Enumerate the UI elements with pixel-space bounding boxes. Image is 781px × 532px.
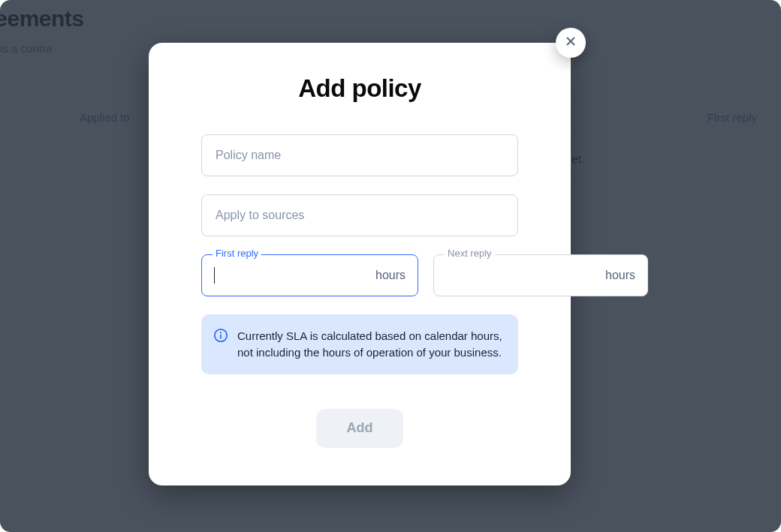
svg-point-1 <box>220 332 222 333</box>
svg-rect-2 <box>220 335 222 339</box>
close-icon <box>565 35 577 50</box>
info-icon <box>213 328 228 343</box>
add-policy-modal: Add policy First reply hours Next reply … <box>149 43 571 485</box>
first-reply-field[interactable]: First reply hours <box>201 254 418 296</box>
hours-unit: hours <box>605 269 647 282</box>
next-reply-field[interactable]: Next reply hours <box>433 254 648 296</box>
next-reply-input[interactable] <box>434 255 605 296</box>
policy-name-input[interactable] <box>201 134 518 176</box>
add-button[interactable]: Add <box>316 409 403 448</box>
info-banner: Currently SLA is calculated based on cal… <box>201 314 518 374</box>
first-reply-label: First reply <box>213 248 261 258</box>
apply-to-sources-input[interactable] <box>201 194 518 236</box>
close-button[interactable] <box>556 28 586 58</box>
hours-unit: hours <box>375 269 418 282</box>
first-reply-input[interactable] <box>215 255 375 296</box>
modal-title: Add policy <box>201 74 518 103</box>
info-text: Currently SLA is calculated based on cal… <box>237 329 502 359</box>
next-reply-label: Next reply <box>445 248 495 258</box>
